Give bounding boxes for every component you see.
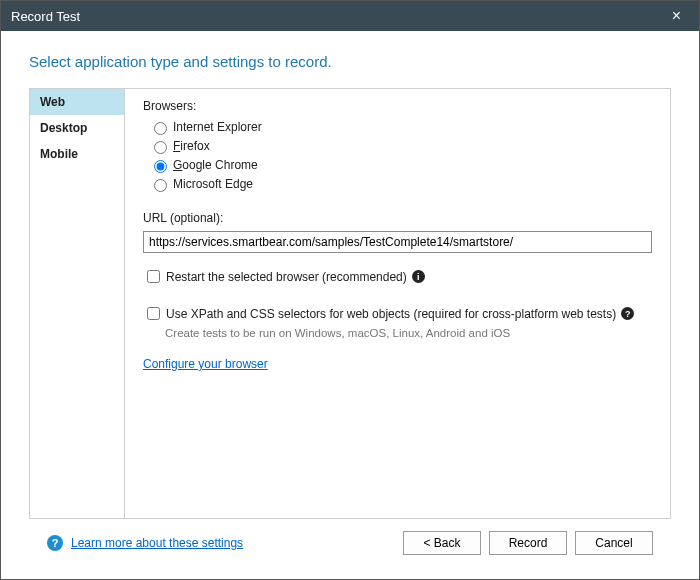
url-input[interactable]: [143, 231, 652, 253]
help-icon[interactable]: ?: [621, 307, 634, 320]
restart-browser-label: Restart the selected browser (recommende…: [166, 270, 407, 284]
tab-list: Web Desktop Mobile: [30, 89, 125, 518]
tab-desktop[interactable]: Desktop: [30, 115, 124, 141]
help-circle-icon[interactable]: ?: [47, 535, 63, 551]
titlebar: Record Test ×: [1, 1, 699, 31]
restart-browser-checkbox[interactable]: [147, 270, 160, 283]
browsers-label: Browsers:: [143, 99, 652, 113]
restart-browser-row: Restart the selected browser (recommende…: [143, 267, 652, 286]
xpath-checkbox[interactable]: [147, 307, 160, 320]
xpath-hint: Create tests to be run on Windows, macOS…: [165, 327, 652, 339]
record-test-dialog: Record Test × Select application type an…: [0, 0, 700, 580]
radio-row-chrome[interactable]: Google Chrome: [143, 157, 652, 173]
page-heading: Select application type and settings to …: [29, 53, 671, 70]
radio-firefox[interactable]: [154, 141, 167, 154]
radio-row-ie[interactable]: Internet Explorer: [143, 119, 652, 135]
radio-microsoft-edge[interactable]: [154, 179, 167, 192]
radio-label: Google Chrome: [173, 158, 258, 172]
back-button[interactable]: < Back: [403, 531, 481, 555]
configure-browser-link[interactable]: Configure your browser: [143, 357, 268, 371]
tab-content-web: Browsers: Internet Explorer Firefox Goog…: [125, 89, 670, 518]
xpath-row: Use XPath and CSS selectors for web obje…: [143, 304, 652, 323]
tab-web[interactable]: Web: [30, 89, 124, 115]
tab-mobile[interactable]: Mobile: [30, 141, 124, 167]
info-icon[interactable]: i: [412, 270, 425, 283]
radio-row-edge[interactable]: Microsoft Edge: [143, 176, 652, 192]
main-panel: Web Desktop Mobile Browsers: Internet Ex…: [29, 88, 671, 519]
radio-internet-explorer[interactable]: [154, 122, 167, 135]
radio-label: Internet Explorer: [173, 120, 262, 134]
xpath-label: Use XPath and CSS selectors for web obje…: [166, 307, 616, 321]
record-button[interactable]: Record: [489, 531, 567, 555]
dialog-body: Select application type and settings to …: [1, 31, 699, 579]
footer: ? Learn more about these settings < Back…: [29, 519, 671, 569]
cancel-button[interactable]: Cancel: [575, 531, 653, 555]
url-label: URL (optional):: [143, 211, 652, 225]
radio-row-firefox[interactable]: Firefox: [143, 138, 652, 154]
radio-label: Microsoft Edge: [173, 177, 253, 191]
radio-label: Firefox: [173, 139, 210, 153]
radio-google-chrome[interactable]: [154, 160, 167, 173]
close-icon[interactable]: ×: [664, 4, 689, 28]
window-title: Record Test: [11, 9, 80, 24]
learn-more-link[interactable]: Learn more about these settings: [71, 536, 243, 550]
